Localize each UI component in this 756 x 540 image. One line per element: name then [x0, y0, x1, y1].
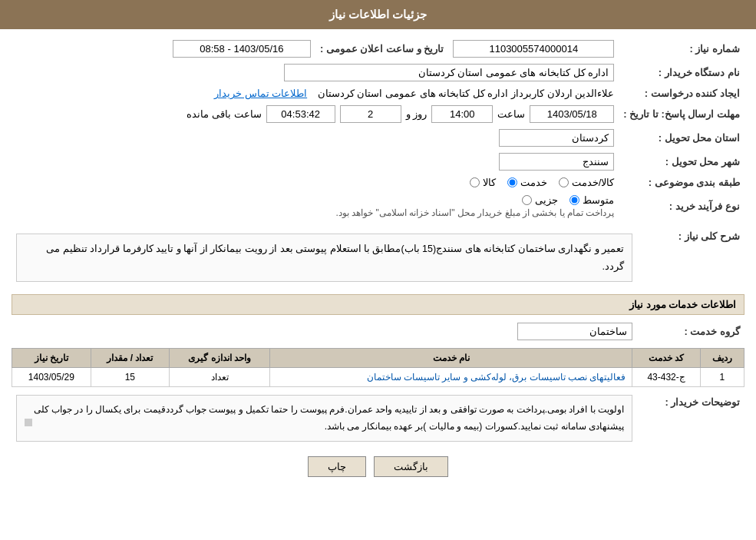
contact-link[interactable]: اطلاعات تماس خریدار	[214, 88, 307, 99]
response-remaining: 04:53:42	[266, 105, 335, 123]
col-need-date: تاریخ نیاز	[12, 349, 91, 368]
response-days: 2	[340, 105, 401, 123]
purchase-type-label: نوع فرآیند خرید :	[619, 191, 744, 221]
response-deadline-label: مهلت ارسال پاسخ: تا تاریخ :	[619, 102, 744, 126]
delivery-city-value: سنندج	[499, 153, 614, 171]
page-header: جزئیات اطلاعات نیاز	[0, 0, 756, 29]
col-unit: واحد اندازه گیری	[170, 349, 270, 368]
response-remaining-label: ساعت باقی مانده	[187, 108, 261, 120]
response-date: 1403/05/18	[530, 105, 614, 123]
print-button[interactable]: چاپ	[308, 456, 366, 477]
delivery-province-label: استان محل تحویل :	[619, 126, 744, 150]
col-quantity: تعداد / مقدار	[91, 349, 169, 368]
header-title: جزئیات اطلاعات نیاز	[329, 8, 427, 21]
cell-row-num: 1	[700, 368, 744, 387]
delivery-province-value: کردستان	[499, 129, 614, 147]
service-group-label: گروه خدمت :	[637, 320, 744, 343]
purchase-jozii-option[interactable]: جزیی	[522, 194, 558, 206]
need-description-label: شرح کلی نیاز :	[637, 226, 744, 290]
col-service-code: کد خدمت	[632, 349, 700, 368]
services-table: ردیف کد خدمت نام خدمت واحد اندازه گیری ت…	[12, 348, 744, 387]
category-khedmat-radio[interactable]	[507, 177, 517, 187]
category-khedmat-label: خدمت	[520, 177, 547, 188]
category-kala-label: کالا	[483, 177, 496, 188]
announcement-value: 1403/05/16 - 08:58	[173, 40, 311, 58]
creator-label: ایجاد کننده درخواست :	[619, 84, 744, 102]
purchase-motevasset-option[interactable]: متوسط	[569, 194, 614, 206]
category-kala-khedmat-radio[interactable]	[559, 177, 569, 187]
cell-service-name: فعالیتهای نصب تاسیسات برق، لوله‌کشی و سا…	[270, 368, 632, 387]
service-group-value: ساختمان	[517, 323, 632, 340]
buyer-org-value: اداره کل کتابخانه های عمومی استان کردستا…	[284, 64, 614, 81]
cell-quantity: 15	[91, 368, 169, 387]
need-number-label: شماره نیاز :	[619, 37, 744, 61]
category-kala-option[interactable]: کالا	[470, 177, 496, 188]
col-service-name: نام خدمت	[270, 349, 632, 368]
need-number-value: 1103005574000014	[453, 40, 614, 58]
delivery-city-label: شهر محل تحویل :	[619, 150, 744, 174]
cell-service-code: ج-432-43	[632, 368, 700, 387]
category-kala-khedmat-option[interactable]: کالا/خدمت	[559, 177, 615, 188]
category-kala-radio[interactable]	[470, 177, 480, 187]
announcement-label: تاریخ و ساعت اعلان عمومی :	[315, 37, 448, 61]
table-row: 1 ج-432-43 فعالیتهای نصب تاسیسات برق، لو…	[12, 368, 744, 387]
buyer-org-label: نام دستگاه خریدار :	[619, 61, 744, 84]
response-days-label: روز و	[406, 108, 428, 120]
services-section-title: اطلاعات خدمات مورد نیاز	[12, 294, 744, 315]
category-label: طبقه بندی موضوعی :	[619, 174, 744, 191]
response-time-label: ساعت	[497, 108, 525, 120]
cell-need-date: 1403/05/29	[12, 368, 91, 387]
purchase-motevasset-radio[interactable]	[569, 195, 579, 205]
back-button[interactable]: بازگشت	[374, 456, 448, 477]
purchase-jozii-label: جزیی	[535, 194, 558, 206]
resize-handle[interactable]	[25, 419, 32, 426]
response-time: 14:00	[431, 105, 493, 123]
need-description: تعمیر و نگهداری ساختمان کتابخانه های سنن…	[16, 234, 632, 282]
creator-value: علاءالدین اردلان کاربرداز اداره کل کتابخ…	[318, 88, 615, 99]
action-buttons: بازگشت چاپ	[12, 456, 744, 477]
purchase-note: پرداخت تمام یا بخشی از مبلغ خریدار محل "…	[16, 207, 614, 218]
category-kala-khedmat-label: کالا/خدمت	[572, 177, 615, 188]
col-row-num: ردیف	[700, 349, 744, 368]
buyer-notes-text: اولویت با افراد بومی.پرداخت به صورت تواف…	[16, 395, 632, 442]
cell-unit: تعداد	[170, 368, 270, 387]
purchase-motevasset-label: متوسط	[583, 194, 614, 206]
buyer-notes-label: توضیحات خریدار :	[637, 392, 744, 445]
category-khedmat-option[interactable]: خدمت	[507, 177, 547, 188]
purchase-jozii-radio[interactable]	[522, 195, 532, 205]
